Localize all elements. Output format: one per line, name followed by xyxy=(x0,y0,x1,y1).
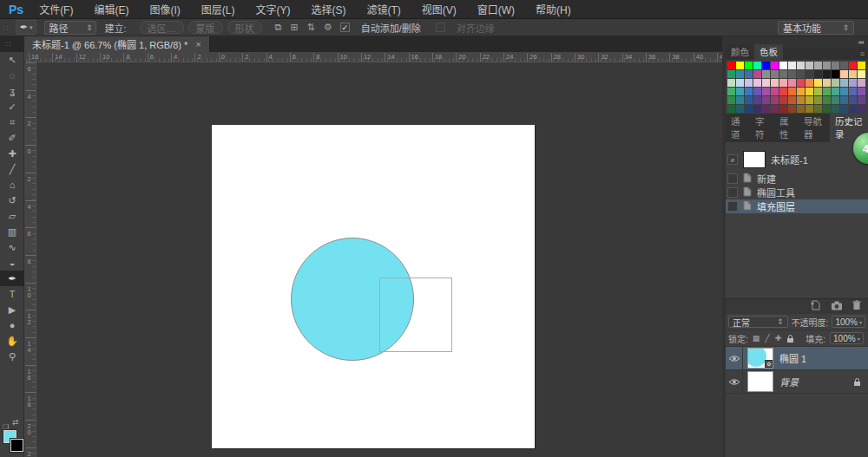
swatch[interactable] xyxy=(736,105,744,113)
swatch[interactable] xyxy=(779,96,787,104)
swatch[interactable] xyxy=(779,88,787,95)
swatch[interactable] xyxy=(788,105,796,113)
brush-tool[interactable]: ╱ xyxy=(0,161,24,177)
visibility-eye-icon[interactable] xyxy=(726,370,743,394)
eyedropper-tool[interactable]: ✐ xyxy=(0,130,24,146)
document-tab[interactable]: 未标题-1 @ 66.7% (椭圆 1, RGB/8) * × xyxy=(24,36,210,52)
swatch[interactable] xyxy=(823,88,831,95)
swatch[interactable] xyxy=(849,79,857,87)
swatch[interactable] xyxy=(797,88,805,95)
swatch[interactable] xyxy=(823,96,831,104)
swatch[interactable] xyxy=(771,70,779,78)
menu-item-5[interactable]: 选择(S) xyxy=(311,2,345,16)
layer-row[interactable]: 背景 xyxy=(726,370,868,394)
swatch[interactable] xyxy=(814,79,822,87)
opacity-input[interactable]: 100% ▾ xyxy=(832,316,865,328)
swatch[interactable] xyxy=(823,79,831,87)
swatch[interactable] xyxy=(736,79,744,87)
pen-tool[interactable]: ✒ xyxy=(0,271,24,286)
swatch[interactable] xyxy=(814,96,822,104)
gear-icon[interactable]: ⚙ xyxy=(324,22,332,33)
tab-导航器[interactable]: 导航器 xyxy=(799,114,830,142)
lock-image-icon[interactable]: ╱ xyxy=(765,334,769,343)
ellipse-shape-tool[interactable]: ● xyxy=(0,317,24,333)
swatch[interactable] xyxy=(823,62,831,69)
swatch[interactable] xyxy=(806,105,813,113)
rectangle-path[interactable] xyxy=(379,277,452,352)
swatch[interactable] xyxy=(849,62,857,69)
history-state[interactable]: 椭圆工具 xyxy=(726,186,868,199)
swatch[interactable] xyxy=(771,105,779,113)
swatch[interactable] xyxy=(840,79,848,87)
swatch[interactable] xyxy=(788,79,796,87)
swatch[interactable] xyxy=(797,70,805,78)
swatch[interactable] xyxy=(762,96,770,104)
smudge-tool[interactable]: ∿ xyxy=(0,239,24,255)
horizontal-ruler[interactable]: 1614121086420246810121416182022242628303… xyxy=(26,52,722,62)
swatch[interactable] xyxy=(736,70,744,78)
menu-item-9[interactable]: 帮助(H) xyxy=(536,2,571,16)
swatch[interactable] xyxy=(814,105,822,113)
fill-input[interactable]: 100% ▾ xyxy=(830,332,864,344)
lock-transparent-icon[interactable]: ▦ xyxy=(753,334,760,343)
combine-shapes-icon[interactable]: ⧉ xyxy=(275,22,282,33)
workspace-switcher[interactable]: 基本功能 ⇕ xyxy=(778,21,854,35)
swatch[interactable] xyxy=(832,79,839,87)
swatch[interactable] xyxy=(727,62,735,69)
swap-colors-icon[interactable]: ⇄ xyxy=(12,418,19,427)
tab-属性[interactable]: 属性 xyxy=(774,114,799,142)
hand-tool[interactable]: ✋ xyxy=(0,333,24,349)
swatch[interactable] xyxy=(762,62,770,69)
swatch[interactable] xyxy=(832,88,839,95)
swatch[interactable] xyxy=(849,96,857,104)
dodge-tool[interactable]: ◒ xyxy=(0,255,24,271)
blend-mode-select[interactable]: 正常 ⇕ xyxy=(728,316,788,328)
layer-row[interactable]: 椭圆 1 xyxy=(726,347,868,370)
menu-item-2[interactable]: 图像(I) xyxy=(149,2,180,16)
swatch[interactable] xyxy=(840,96,848,104)
healing-brush-tool[interactable]: ✚ xyxy=(0,146,24,161)
close-icon[interactable]: × xyxy=(195,39,201,49)
swatch[interactable] xyxy=(797,96,805,104)
swatch[interactable] xyxy=(736,96,744,104)
menu-item-6[interactable]: 滤镜(T) xyxy=(366,2,400,16)
swatch[interactable] xyxy=(806,62,813,69)
swatch[interactable] xyxy=(753,96,761,104)
history-brush-tool[interactable]: ↺ xyxy=(0,193,24,208)
swatch[interactable] xyxy=(806,88,813,95)
swatch[interactable] xyxy=(745,70,753,78)
swatch[interactable] xyxy=(779,105,787,113)
swatch[interactable] xyxy=(806,79,813,87)
swatch[interactable] xyxy=(806,96,813,104)
menu-item-7[interactable]: 视图(V) xyxy=(422,2,457,16)
history-source-box[interactable] xyxy=(727,187,738,198)
swatch[interactable] xyxy=(832,70,839,78)
swatch[interactable] xyxy=(858,96,865,104)
swatch[interactable] xyxy=(832,96,839,104)
swatch[interactable] xyxy=(753,62,761,69)
gradient-tool[interactable]: ▥ xyxy=(0,224,24,239)
zoom-tool[interactable]: ⚲ xyxy=(0,349,24,364)
snapshot-camera-icon[interactable] xyxy=(831,301,843,313)
swatch[interactable] xyxy=(858,70,865,78)
swatch[interactable] xyxy=(788,88,796,95)
swatch[interactable] xyxy=(745,105,753,113)
swatch[interactable] xyxy=(762,105,770,113)
swatch[interactable] xyxy=(762,88,770,95)
history-brush-source-icon[interactable]: ⌀ xyxy=(727,154,738,165)
history-state[interactable]: 新建 xyxy=(726,172,868,186)
new-document-from-state-icon[interactable] xyxy=(810,300,821,313)
swatch[interactable] xyxy=(858,105,865,113)
swatch[interactable] xyxy=(788,96,796,104)
swatch[interactable] xyxy=(849,70,857,78)
collapse-panels-icon[interactable]: ◂◂ xyxy=(858,38,863,46)
menu-item-8[interactable]: 窗口(W) xyxy=(477,2,515,16)
swatch[interactable] xyxy=(858,62,865,69)
swatch[interactable] xyxy=(753,70,761,78)
panel-menu-icon[interactable]: ≡ xyxy=(860,49,865,58)
swatch[interactable] xyxy=(762,79,770,87)
menu-item-1[interactable]: 编辑(E) xyxy=(94,2,128,16)
swatch[interactable] xyxy=(849,88,857,95)
history-source-box[interactable] xyxy=(727,201,738,212)
swatch[interactable] xyxy=(771,88,779,95)
